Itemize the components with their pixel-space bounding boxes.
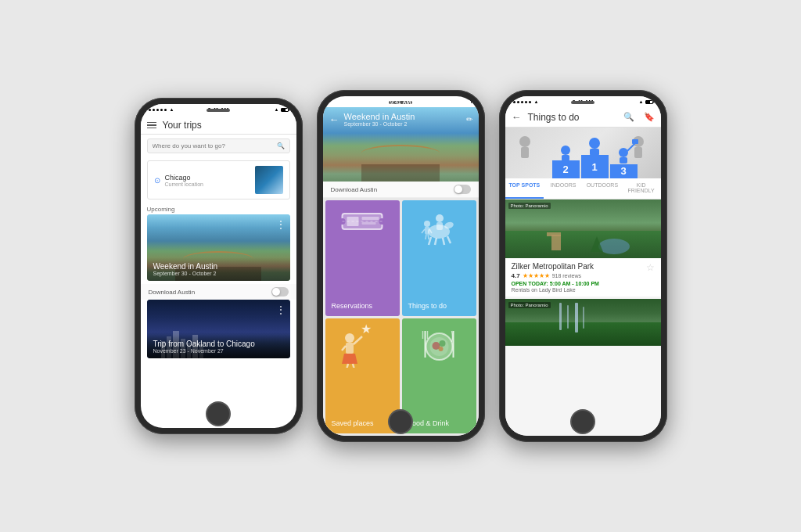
location-image bbox=[255, 166, 283, 194]
svg-text:1: 1 bbox=[591, 161, 597, 173]
svg-line-17 bbox=[422, 229, 425, 233]
p3-tabs: TOP SPOTS INDOORS OUTDOORS KID FRIENDLY bbox=[505, 178, 661, 200]
phone-3: ▲ 9:41 AM ▲ ← Things to do 🔍 🔖 bbox=[499, 90, 667, 442]
location-sublabel: Current location bbox=[165, 182, 203, 187]
download-toggle[interactable] bbox=[271, 287, 289, 297]
svg-rect-51 bbox=[590, 149, 599, 156]
svg-line-20 bbox=[428, 234, 429, 239]
svg-line-11 bbox=[443, 238, 444, 245]
status-bar-3: ▲ 9:41 AM ▲ bbox=[505, 96, 661, 107]
zilker-open: OPEN TODAY: 5:00 AM - 10:00 PM bbox=[512, 281, 599, 286]
svg-line-54 bbox=[627, 143, 635, 151]
p2-edit-icon[interactable]: ✏ bbox=[466, 115, 472, 124]
svg-line-12 bbox=[447, 236, 451, 243]
svg-point-38 bbox=[519, 136, 530, 147]
time-3: 9:41 AM bbox=[573, 99, 594, 105]
svg-point-48 bbox=[561, 146, 570, 155]
trip1-dates: September 30 - October 2 bbox=[153, 271, 284, 276]
grid-item-things-to-do[interactable]: Things to do bbox=[402, 200, 476, 316]
svg-marker-24 bbox=[342, 354, 357, 364]
svg-rect-4 bbox=[347, 217, 359, 226]
p3-card-waterfall[interactable]: Photo: Panoramio bbox=[505, 299, 661, 346]
zilker-photo-label: Photo: Panoramio bbox=[508, 203, 551, 209]
p3-back-icon[interactable]: ← bbox=[512, 111, 522, 123]
location-pin-icon: ⊙ bbox=[154, 176, 160, 185]
p3-illustration: 2 1 3 bbox=[505, 128, 661, 178]
trip1-title: Weekend in Austin bbox=[153, 262, 284, 271]
grid-item-saved-places[interactable]: ★ bbox=[325, 318, 400, 434]
p3-header: ← Things to do 🔍 🔖 bbox=[505, 107, 661, 128]
waterfall-image: Photo: Panoramio bbox=[505, 299, 661, 346]
search-input[interactable] bbox=[153, 142, 274, 149]
zilker-rating-val: 4.7 bbox=[512, 272, 520, 279]
reservations-label: Reservations bbox=[332, 302, 373, 310]
svg-rect-16 bbox=[425, 227, 429, 234]
zilker-stars: ★★★★★ bbox=[523, 272, 550, 279]
svg-point-52 bbox=[619, 148, 628, 157]
upcoming-label: Upcoming bbox=[141, 203, 296, 214]
hamburger-menu[interactable] bbox=[147, 122, 156, 129]
svg-line-26 bbox=[342, 346, 346, 350]
zilker-name: Zilker Metropolitan Park bbox=[512, 262, 655, 271]
svg-line-19 bbox=[426, 234, 426, 239]
zilker-reviews: 918 reviews bbox=[552, 273, 581, 279]
things-label: Things to do bbox=[408, 302, 447, 310]
svg-rect-41 bbox=[634, 147, 642, 158]
p3-card-zilker[interactable]: Photo: Panoramio Zilker Metropolitan Par… bbox=[505, 200, 661, 297]
trip-card-chicago[interactable]: Trip from Oakland to Chicago November 23… bbox=[147, 300, 290, 358]
svg-rect-6 bbox=[362, 222, 376, 225]
svg-point-32 bbox=[440, 340, 446, 347]
svg-rect-39 bbox=[521, 147, 529, 158]
zilker-image: Photo: Panoramio bbox=[505, 200, 661, 258]
city-name: Chicago bbox=[165, 174, 203, 182]
tab-kid-friendly[interactable]: KID FRIENDLY bbox=[622, 178, 661, 199]
saved-places-label: Saved places bbox=[332, 419, 374, 427]
tab-outdoors[interactable]: OUTDOORS bbox=[583, 178, 622, 199]
current-location[interactable]: ⊙ Chicago Current location bbox=[147, 160, 290, 200]
status-bar-2: ▲ 9:41 AM ▲ bbox=[323, 96, 479, 107]
phone-2: ▲ 9:41 AM ▲ ← bbox=[317, 90, 485, 442]
svg-point-50 bbox=[589, 138, 600, 149]
p3-cards: Photo: Panoramio Zilker Metropolitan Par… bbox=[505, 200, 661, 436]
status-bar-1: ▲ 9:41 AM ▲ bbox=[141, 104, 296, 115]
p2-back-icon[interactable]: ← bbox=[329, 113, 339, 125]
p2-download-toggle[interactable] bbox=[454, 185, 471, 194]
p2-download-label: Download Austin bbox=[331, 186, 378, 193]
phones-container: ▲ 9:41 AM ▲ Your trips bbox=[119, 74, 683, 458]
svg-text:2: 2 bbox=[562, 164, 568, 175]
svg-rect-53 bbox=[620, 157, 627, 164]
svg-rect-55 bbox=[632, 139, 638, 144]
phone-1: ▲ 9:41 AM ▲ Your trips bbox=[135, 98, 303, 434]
svg-text:★: ★ bbox=[361, 322, 372, 336]
svg-line-28 bbox=[353, 364, 354, 368]
trip2-title: Trip from Oakland to Chicago bbox=[153, 340, 284, 348]
svg-rect-49 bbox=[562, 155, 569, 161]
zilker-bookmark[interactable]: ☆ bbox=[646, 262, 655, 273]
search-icon: 🔍 bbox=[277, 142, 285, 149]
download-bar: Download Austin bbox=[141, 284, 296, 300]
p1-header: Your trips bbox=[141, 115, 296, 135]
search-bar[interactable]: 🔍 bbox=[147, 138, 290, 153]
waterfall-photo-label: Photo: Panoramio bbox=[508, 302, 551, 308]
svg-point-13 bbox=[436, 214, 444, 222]
p3-title: Things to do bbox=[528, 112, 617, 123]
p3-bookmark-icon[interactable]: 🔖 bbox=[644, 112, 655, 122]
trip-card-austin[interactable]: Weekend in Austin September 30 - October… bbox=[147, 214, 290, 281]
time-2: 9:41 AM bbox=[390, 99, 411, 105]
grid-item-food-drink[interactable]: Food & Drink bbox=[402, 318, 476, 434]
p2-trip-dates: September 30 - October 2 bbox=[344, 121, 415, 127]
tab-top-spots[interactable]: TOP SPOTS bbox=[505, 178, 544, 199]
p2-download-bar: Download Austin bbox=[323, 182, 479, 198]
zilker-sublocation: Rentals on Lady Bird Lake bbox=[512, 287, 655, 293]
tab-indoors[interactable]: INDOORS bbox=[544, 178, 583, 199]
svg-point-22 bbox=[345, 333, 354, 343]
p3-search-icon[interactable]: 🔍 bbox=[623, 112, 634, 122]
svg-point-15 bbox=[424, 221, 430, 227]
svg-rect-23 bbox=[346, 343, 354, 354]
trip1-menu-icon[interactable]: ⋮ bbox=[276, 219, 286, 230]
grid-item-reservations[interactable]: Reservations bbox=[325, 200, 400, 316]
p2-hero: ← Weekend in Austin September 30 - Octob… bbox=[323, 107, 479, 182]
svg-text:3: 3 bbox=[620, 165, 626, 177]
svg-line-25 bbox=[354, 336, 362, 344]
trip2-menu-icon[interactable]: ⋮ bbox=[276, 304, 286, 315]
